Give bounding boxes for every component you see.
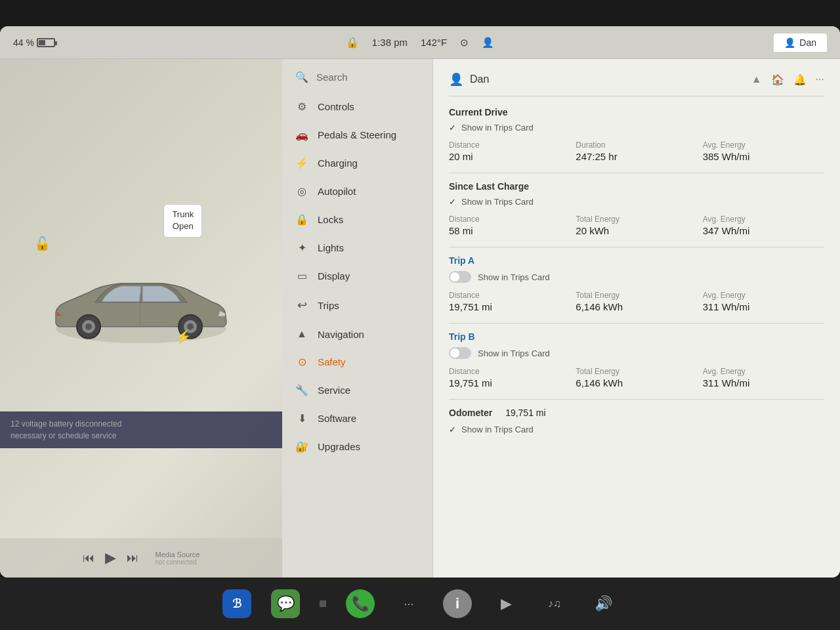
battery-icon <box>37 38 55 47</box>
trip-b-show-trips[interactable]: Show in Trips Card <box>449 347 824 359</box>
locks-label: Locks <box>318 214 343 225</box>
car-image <box>43 266 240 361</box>
odometer-show-trips[interactable]: ✓ Show in Trips Card <box>449 425 824 434</box>
safety-icon: ⊙ <box>295 356 308 368</box>
stat-distance-since: Distance 58 mi <box>449 215 570 236</box>
stat-distance-value-tripb: 19,751 mi <box>449 377 570 388</box>
menu-item-charging[interactable]: ⚡ Charging <box>282 149 432 177</box>
thermometer-icon: ⊙ <box>460 37 469 49</box>
stat-totalenergy-label-since: Total Energy <box>576 215 697 224</box>
music-button[interactable]: ♪♫ <box>540 589 569 618</box>
chat-icon: 💬 <box>277 595 295 612</box>
pedals-label: Pedals & Steering <box>318 129 396 140</box>
charging-icon: ⚡ <box>295 157 308 169</box>
menu-item-trips[interactable]: ↩ Trips <box>282 290 432 320</box>
search-label: Search <box>316 72 348 83</box>
stat-totalenergy-value-since: 20 kWh <box>576 225 697 236</box>
since-last-charge-show-trips[interactable]: ✓ Show in Trips Card <box>449 197 824 207</box>
toggle-switch-trip-b[interactable] <box>449 347 471 359</box>
menu-panel: 🔍 Search ⚙ Controls 🚗 Pedals & Steering … <box>282 59 433 578</box>
stat-distance-label-since: Distance <box>449 215 570 224</box>
upgrades-icon: 🔐 <box>295 440 308 453</box>
bluetooth-button[interactable]: ℬ <box>222 589 251 618</box>
main-content: 🔓 Trunk Open <box>0 59 840 578</box>
service-label: Service <box>318 385 350 396</box>
lock-status-icon: 🔓 <box>34 236 51 251</box>
menu-item-locks[interactable]: 🔒 Locks <box>282 205 432 234</box>
trip-a-stats: Distance 19,751 mi Total Energy 6,146 kW… <box>449 291 824 312</box>
stat-avgenergy-label-since: Avg. Energy <box>703 215 824 224</box>
user-icon-4[interactable]: ··· <box>816 74 824 86</box>
menu-item-autopilot[interactable]: ◎ Autopilot <box>282 177 432 205</box>
menu-item-display[interactable]: ▭ Display <box>282 262 432 290</box>
car-panel: 🔓 Trunk Open <box>0 59 282 578</box>
user-tab[interactable]: 👤 Dan <box>774 33 827 52</box>
phone-button[interactable]: 📞 <box>346 589 375 618</box>
status-time: 1:38 pm <box>372 37 408 48</box>
user-icon-3[interactable]: 🔔 <box>793 74 807 86</box>
current-drive-stats: Distance 20 mi Duration 247:25 hr Avg. E… <box>449 140 824 162</box>
stat-totalenergy-tripb: Total Energy 6,146 kWh <box>576 367 697 388</box>
show-trips-label-odometer: Show in Trips Card <box>461 425 534 434</box>
user-display-name: Dan <box>470 74 745 85</box>
stat-distance-value-since: 58 mi <box>449 225 570 236</box>
trips-label: Trips <box>318 300 339 311</box>
odometer-section: Odometer 19,751 mi ✓ Show in Trips Card <box>449 408 824 434</box>
stat-avgenergy-value-tripa: 311 Wh/mi <box>703 301 824 312</box>
menu-item-upgrades[interactable]: 🔐 Upgrades <box>282 432 432 461</box>
trip-b-title: Trip B <box>449 331 824 342</box>
stat-avgenergy-tripb: Avg. Energy 311 Wh/mi <box>703 367 824 388</box>
stat-avgenergy-since: Avg. Energy 347 Wh/mi <box>703 215 824 236</box>
media-source: Media Source <box>156 551 200 558</box>
menu-item-lights[interactable]: ✦ Lights <box>282 234 432 262</box>
lights-label: Lights <box>318 242 344 253</box>
autopilot-label: Autopilot <box>318 186 356 197</box>
menu-item-service[interactable]: 🔧 Service <box>282 376 432 404</box>
info-icon: i <box>455 595 459 612</box>
current-drive-show-trips[interactable]: ✓ Show in Trips Card <box>449 123 824 133</box>
stat-distance-label-tripb: Distance <box>449 367 570 376</box>
user-avatar-icon: 👤 <box>449 72 463 87</box>
volume-button[interactable]: 🔊 <box>589 589 618 618</box>
status-temp: 142°F <box>421 37 447 48</box>
menu-item-controls[interactable]: ⚙ Controls <box>282 93 432 121</box>
play-button[interactable]: ▶ <box>492 589 520 618</box>
alert-line1: 12 voltage battery disconnected <box>10 418 272 430</box>
status-bar: 44 % 🔒 1:38 pm 142°F ⊙ 👤 👤 Dan <box>0 26 840 59</box>
trip-a-show-trips[interactable]: Show in Trips Card <box>449 271 824 283</box>
stat-duration-current: Duration 247:25 hr <box>576 140 697 162</box>
menu-search-item[interactable]: 🔍 Search <box>282 66 432 93</box>
stat-totalenergy-value-tripb: 6,146 kWh <box>576 377 697 388</box>
toggle-switch-trip-a[interactable] <box>449 271 471 283</box>
media-subtitle: not connected <box>156 558 200 566</box>
show-trips-label-current: Show in Trips Card <box>461 123 534 133</box>
software-icon: ⬇ <box>295 412 308 425</box>
user-icon-2[interactable]: 🏠 <box>771 74 784 86</box>
taskbar: ℬ 💬 📞 ··· i ▶ ♪♫ 🔊 <box>0 578 840 630</box>
prev-icon[interactable]: ⏮ <box>83 551 94 565</box>
menu-item-safety[interactable]: ⊙ Safety <box>282 348 432 376</box>
media-info: Media Source not connected <box>156 551 200 566</box>
trunk-label-line2: Open <box>172 220 194 232</box>
menu-item-navigation[interactable]: ▲ Navigation <box>282 320 432 348</box>
user-icon-1[interactable]: ▲ <box>751 74 762 86</box>
battery-percent: 44 % <box>13 37 34 48</box>
next-icon[interactable]: ⏭ <box>127 551 138 565</box>
info-button[interactable]: i <box>443 589 472 618</box>
show-trips-label-since: Show in Trips Card <box>461 197 534 207</box>
lock-icon: 🔒 <box>346 36 359 49</box>
stat-distance-value-tripa: 19,751 mi <box>449 301 570 312</box>
menu-item-software[interactable]: ⬇ Software <box>282 404 432 432</box>
stat-avgenergy-label-tripa: Avg. Energy <box>703 291 824 300</box>
autopilot-icon: ◎ <box>295 185 308 198</box>
since-last-charge-title: Since Last Charge <box>449 181 824 192</box>
menu-item-pedals[interactable]: 🚗 Pedals & Steering <box>282 121 432 149</box>
trunk-label-line1: Trunk <box>172 209 194 220</box>
user-action-icons: ▲ 🏠 🔔 ··· <box>751 74 824 86</box>
controls-label: Controls <box>318 101 354 112</box>
more-button[interactable]: ··· <box>394 589 423 618</box>
trip-b-stats: Distance 19,751 mi Total Energy 6,146 kW… <box>449 367 824 388</box>
odometer-value: 19,751 mi <box>505 408 545 418</box>
play-icon[interactable]: ▶ <box>105 549 116 566</box>
chat-button[interactable]: 💬 <box>271 589 300 618</box>
